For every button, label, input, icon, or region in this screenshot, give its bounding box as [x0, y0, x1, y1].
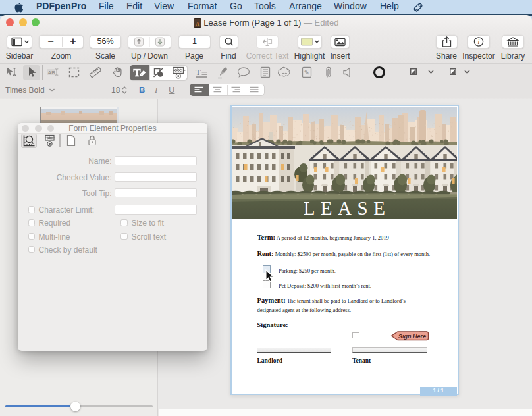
svg-text:AB: AB: [48, 70, 56, 76]
svg-text:A: A: [196, 20, 200, 27]
svg-text:T: T: [196, 67, 201, 77]
svg-text:i: i: [477, 38, 479, 45]
svg-text:✎: ✎: [304, 69, 309, 76]
